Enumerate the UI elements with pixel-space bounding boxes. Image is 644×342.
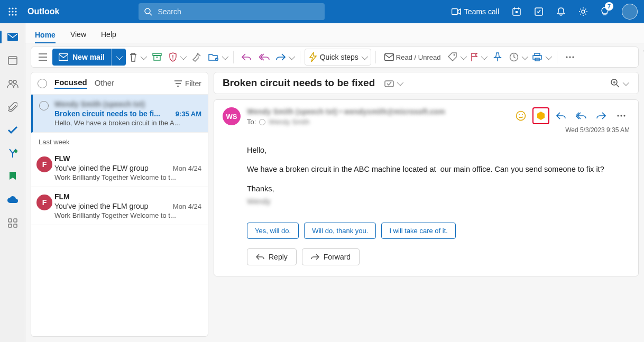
suggested-reply[interactable]: Will do, thank you. [304,223,376,239]
msg-forward-button[interactable] [593,107,610,124]
msg-reply-all-button[interactable] [573,107,590,124]
nav-bookings[interactable] [0,166,25,187]
archive-button[interactable] [149,49,165,66]
report-button[interactable] [167,49,187,66]
flag-button[interactable] [468,49,488,66]
suggested-reply[interactable]: I will take care of it. [381,223,456,239]
suggested-reply[interactable]: Yes, will do. [247,223,299,239]
app-launcher[interactable] [0,0,25,23]
svg-point-41 [454,54,455,56]
message-timestamp: Wed 5/3/2023 9:35 AM [512,126,630,134]
svg-point-1 [12,7,13,9]
gear-icon [578,7,588,16]
brand-label: Outlook [27,7,59,16]
group-last-week: Last week [31,133,208,149]
list-item-preview: Hello, We have a broken circuit in the A… [54,119,201,127]
forward-large-button[interactable]: Forward [302,248,360,265]
bookings-icon [8,171,17,182]
svg-point-37 [172,59,173,60]
svg-point-58 [519,114,520,115]
notifications-button[interactable] [550,0,572,23]
check-icon [7,126,18,134]
svg-point-24 [14,150,17,153]
new-mail-button[interactable]: New mail [52,49,111,66]
list-item-avatar: F [36,195,52,210]
msg-more-button[interactable] [613,107,630,124]
teams-call-button[interactable]: Teams call [445,0,505,23]
snooze-button[interactable] [507,49,529,66]
react-button[interactable] [512,107,529,124]
tab-view[interactable]: View [70,30,86,43]
zoom-button[interactable] [608,75,630,91]
forward-button[interactable] [274,49,296,66]
print-button[interactable] [530,49,553,66]
my-day-button[interactable] [528,0,550,23]
search-input[interactable] [158,7,319,16]
svg-point-3 [8,11,10,12]
list-item[interactable]: Wendy Smith (speech txt) Broken circuit … [31,95,208,133]
meet-now-button[interactable] [505,0,528,23]
reply-icon [242,53,251,61]
tab-focused[interactable]: Focused [54,78,87,89]
to-label: To: [247,118,256,126]
read-unread-label: Read / Unread [396,53,441,61]
filter-button[interactable]: Filter [174,79,201,88]
delete-button[interactable] [127,49,148,66]
hamburger-button[interactable] [34,49,51,66]
svg-point-61 [617,115,619,116]
move-button[interactable] [206,49,229,66]
ribbon: New mail Quick steps Read / Unread [31,47,639,68]
nav-files[interactable] [0,96,25,117]
new-mail-menu[interactable] [111,49,126,66]
svg-rect-34 [154,56,160,60]
envelope-icon [384,53,394,61]
select-all-toggle[interactable] [38,79,47,88]
select-toggle[interactable] [39,101,49,110]
reply-large-label: Reply [269,253,288,261]
svg-rect-52 [385,81,393,87]
nav-people[interactable] [0,73,25,94]
reply-all-button[interactable] [256,49,273,66]
cloud-icon [7,196,19,204]
sweep-button[interactable] [188,49,205,66]
nav-mail[interactable] [0,26,25,48]
list-item-from: Wendy Smith (speech txt) [54,100,201,108]
tab-other[interactable]: Other [95,78,115,88]
svg-point-59 [522,114,523,115]
settings-button[interactable] [572,0,594,23]
conversation-actions[interactable] [382,75,404,91]
read-unread-button[interactable]: Read / Unread [380,49,445,66]
more-ribbon-button[interactable] [562,49,578,66]
tips-button[interactable]: 7 [594,0,615,23]
archive-icon [152,53,162,61]
shield-icon [169,52,177,62]
pin-button[interactable] [489,49,506,66]
nav-calendar[interactable] [0,50,25,71]
account-button[interactable] [615,0,644,23]
addin-field-service-button[interactable] [532,107,549,124]
tab-help[interactable]: Help [101,30,116,43]
quick-steps-button[interactable]: Quick steps [305,49,371,66]
list-item[interactable]: F FLM You've joined the FLM group Mon 4/… [31,187,208,225]
list-item[interactable]: F FLW You've joined the FLW group Mon 4/… [31,149,208,187]
svg-rect-20 [8,57,17,64]
teams-call-label: Teams call [464,7,499,16]
nav-yammer[interactable] [0,143,25,164]
tag-icon [448,52,457,62]
search-box[interactable] [139,3,325,20]
categorize-button[interactable] [446,49,467,66]
bell-icon [556,7,566,16]
body-paragraph: We have a broken circuit in the ABC mach… [247,163,617,175]
nav-more-apps[interactable] [0,212,25,234]
svg-point-7 [12,14,13,15]
nav-onedrive[interactable] [0,189,25,210]
msg-reply-button[interactable] [553,107,569,124]
svg-rect-25 [8,219,12,222]
tab-home[interactable]: Home [35,31,56,43]
reply-large-button[interactable]: Reply [247,248,297,265]
reply-button[interactable] [238,49,255,66]
svg-rect-11 [452,9,457,15]
nav-todo[interactable] [0,119,25,141]
clock-icon [509,52,519,62]
video-icon [452,8,461,15]
